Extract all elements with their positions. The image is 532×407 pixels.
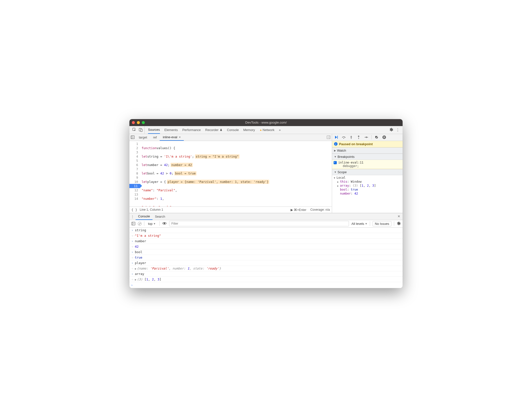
console-prompt[interactable]: › <box>129 282 403 288</box>
panel-tabs: Sources Elements Performance Recorder Co… <box>144 126 284 134</box>
context-selector[interactable]: top ▼ <box>147 221 157 226</box>
svg-point-10 <box>382 136 386 139</box>
step-into-button[interactable] <box>349 135 353 139</box>
filter-input[interactable] <box>169 221 349 226</box>
code-area[interactable]: function values() { let string = 'I\'m a… <box>140 141 332 206</box>
scope-this[interactable]: ▶this: Window <box>333 180 402 184</box>
devtools-window: DevTools - www.google.com/ Sources Eleme… <box>129 119 403 288</box>
output-arrow-icon: ‹· <box>131 277 135 281</box>
console-row: ‹·▶(3) [1, 2, 3] <box>129 277 403 282</box>
drawer-tab-search[interactable]: Search <box>152 213 168 220</box>
tab-sources[interactable]: Sources <box>148 126 160 134</box>
drawer-menu-icon[interactable]: ⋮ <box>131 215 134 218</box>
deactivate-breakpoints-button[interactable] <box>375 135 379 139</box>
tab-performance[interactable]: Performance <box>182 126 201 134</box>
svg-point-6 <box>343 138 344 139</box>
scope-number: number: 42 <box>333 192 402 196</box>
debugger-sidebar: i Paused on breakpoint ▶Watch ▼Breakpoin… <box>332 141 403 213</box>
svg-point-7 <box>351 138 352 139</box>
console-row: ›bool <box>129 249 403 255</box>
output-arrow-icon: ‹· <box>131 267 135 270</box>
svg-rect-12 <box>384 136 385 138</box>
output-arrow-icon: ‹· <box>131 245 135 248</box>
scope-array[interactable]: ▶array: (3) [1, 2, 3] <box>333 184 402 188</box>
input-arrow-icon: › <box>131 261 135 265</box>
log-levels-selector[interactable]: All levels ▼ <box>351 222 367 226</box>
info-icon: i <box>334 142 338 146</box>
input-arrow-icon: › <box>131 250 135 254</box>
console-row: ‹·42 <box>129 244 403 249</box>
svg-rect-5 <box>337 136 338 139</box>
input-arrow-icon: › <box>131 272 135 276</box>
output-arrow-icon: ‹· <box>131 256 135 259</box>
pause-on-exceptions-button[interactable] <box>382 135 386 139</box>
tab-elements[interactable]: Elements <box>164 126 178 134</box>
navigator-toggle-icon[interactable] <box>129 135 136 139</box>
debugger-toolbar <box>332 134 403 141</box>
editor-pane: 1234567891011121314 function values() { … <box>129 141 332 213</box>
editor-statusbar: { } Line 1, Column 1 ▶ ⌘+Enter Coverage:… <box>129 206 332 213</box>
scope-body: ▼Local ▶this: Window ▶array: (3) [1, 2, … <box>332 175 403 196</box>
console-toolbar: top ▼ All levels ▼ No Issues <box>129 220 403 228</box>
input-arrow-icon: › <box>131 228 135 232</box>
scope-section-header[interactable]: ▼Scope <box>332 169 403 175</box>
cursor-position: Line 1, Column 1 <box>140 208 163 211</box>
tab-recorder[interactable]: Recorder <box>205 126 222 134</box>
tab-console[interactable]: Console <box>227 126 239 134</box>
more-tabs-button[interactable]: » <box>279 126 281 134</box>
titlebar: DevTools - www.google.com/ <box>129 119 403 126</box>
run-snippet-button[interactable]: ▶ ⌘+Enter <box>291 208 306 212</box>
inline-eval-badge: string = "I'm a string" <box>195 154 239 159</box>
breakpoint-item[interactable]: inline-eval:11 debugger; <box>332 160 403 169</box>
clear-console-icon[interactable] <box>138 222 142 226</box>
device-toolbar-icon[interactable] <box>139 128 143 132</box>
resume-button[interactable] <box>334 135 339 139</box>
console-row: ›player <box>129 260 403 266</box>
scope-local[interactable]: ▼Local <box>333 176 402 180</box>
issues-button[interactable]: No Issues <box>373 221 391 226</box>
drawer-tab-console[interactable]: Console <box>136 213 152 220</box>
svg-point-8 <box>358 138 359 139</box>
settings-icon[interactable] <box>389 128 393 132</box>
editor-tabbar: target ref inline-eval× <box>129 134 332 141</box>
console-row: ‹·▶{name: 'Parzival', number: 1, state: … <box>129 266 403 271</box>
console-row: ›string <box>129 228 403 233</box>
console-drawer: ⋮ Console Search × top ▼ All levels ▼ No… <box>129 213 403 288</box>
scope-bool: bool: true <box>333 188 402 192</box>
console-row: ‹·true <box>129 255 403 260</box>
tab-memory[interactable]: Memory <box>243 126 255 134</box>
live-expression-icon[interactable] <box>162 222 167 226</box>
step-over-button[interactable] <box>342 135 346 139</box>
breakpoints-section-header[interactable]: ▼Breakpoints <box>332 154 403 160</box>
input-arrow-icon: › <box>131 239 135 243</box>
file-tab-inline-eval[interactable]: inline-eval× <box>160 134 184 141</box>
step-out-button[interactable] <box>356 135 361 139</box>
close-drawer-icon[interactable]: × <box>397 214 401 219</box>
step-button[interactable] <box>364 135 368 139</box>
inspect-element-icon[interactable] <box>132 128 136 132</box>
output-arrow-icon: ‹· <box>131 234 135 237</box>
line-gutter: 1234567891011121314 <box>129 141 140 206</box>
watch-section-header[interactable]: ▶Watch <box>332 147 403 154</box>
svg-rect-11 <box>383 136 384 138</box>
console-output[interactable]: ›string‹·"I'm a string"›number‹·42›bool‹… <box>129 228 403 282</box>
console-row: ›number <box>129 238 403 244</box>
inline-eval-badge: number = 42 <box>171 163 193 167</box>
file-tab-ref[interactable]: ref <box>150 134 160 141</box>
inline-eval-badge: bool = true <box>174 171 196 175</box>
svg-point-14 <box>164 223 165 224</box>
pretty-print-icon[interactable]: { } <box>131 208 137 212</box>
svg-rect-2 <box>141 129 142 132</box>
svg-point-9 <box>367 137 368 138</box>
debugger-toggle-icon[interactable] <box>325 135 332 139</box>
console-settings-icon[interactable] <box>397 222 401 226</box>
breakpoint-checkbox[interactable] <box>334 161 337 164</box>
main-toolbar: Sources Elements Performance Recorder Co… <box>129 126 403 134</box>
kebab-menu-icon[interactable]: ⋮ <box>396 128 400 132</box>
close-tab-icon[interactable]: × <box>179 135 181 139</box>
console-row: ›array <box>129 271 403 277</box>
console-sidebar-toggle-icon[interactable] <box>131 222 135 226</box>
paused-banner: i Paused on breakpoint <box>332 141 403 147</box>
file-tab-target[interactable]: target <box>136 134 150 141</box>
tab-network[interactable]: Network <box>259 126 274 134</box>
